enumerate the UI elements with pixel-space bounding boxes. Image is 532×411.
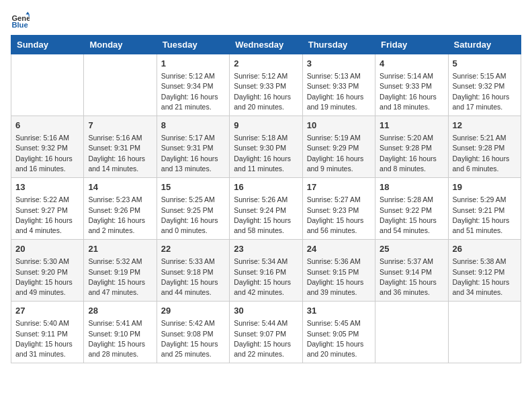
day-number: 8	[161, 120, 225, 132]
calendar-cell: 18Sunrise: 5:28 AM Sunset: 9:22 PM Dayli…	[375, 178, 448, 240]
day-number: 2	[234, 58, 298, 70]
calendar-cell: 16Sunrise: 5:26 AM Sunset: 9:24 PM Dayli…	[230, 178, 302, 240]
calendar-cell: 7Sunrise: 5:16 AM Sunset: 9:31 PM Daylig…	[84, 116, 157, 178]
day-info: Sunrise: 5:40 AM Sunset: 9:11 PM Dayligh…	[15, 318, 79, 359]
day-info: Sunrise: 5:33 AM Sunset: 9:18 PM Dayligh…	[161, 257, 225, 298]
day-number: 7	[88, 120, 152, 132]
day-number: 16	[234, 181, 298, 193]
calendar-cell	[11, 54, 84, 116]
calendar-cell: 17Sunrise: 5:27 AM Sunset: 9:23 PM Dayli…	[302, 178, 375, 240]
calendar-cell: 6Sunrise: 5:16 AM Sunset: 9:32 PM Daylig…	[11, 116, 84, 178]
day-info: Sunrise: 5:16 AM Sunset: 9:32 PM Dayligh…	[15, 133, 79, 174]
day-info: Sunrise: 5:18 AM Sunset: 9:30 PM Dayligh…	[234, 133, 298, 174]
calendar-cell: 27Sunrise: 5:40 AM Sunset: 9:11 PM Dayli…	[11, 302, 84, 363]
day-of-week-header: Saturday	[448, 36, 521, 54]
calendar-week-row: 6Sunrise: 5:16 AM Sunset: 9:32 PM Daylig…	[11, 116, 521, 178]
day-info: Sunrise: 5:34 AM Sunset: 9:16 PM Dayligh…	[234, 257, 298, 298]
day-number: 20	[15, 243, 79, 255]
calendar-cell: 10Sunrise: 5:19 AM Sunset: 9:29 PM Dayli…	[302, 116, 375, 178]
day-number: 14	[88, 181, 152, 193]
calendar-cell: 14Sunrise: 5:23 AM Sunset: 9:26 PM Dayli…	[84, 178, 157, 240]
calendar-cell: 21Sunrise: 5:32 AM Sunset: 9:19 PM Dayli…	[84, 240, 157, 302]
calendar-cell: 13Sunrise: 5:22 AM Sunset: 9:27 PM Dayli…	[11, 178, 84, 240]
calendar-cell	[84, 54, 157, 116]
day-number: 13	[15, 181, 79, 193]
day-info: Sunrise: 5:22 AM Sunset: 9:27 PM Dayligh…	[15, 195, 79, 236]
day-number: 31	[307, 305, 371, 317]
calendar-cell: 24Sunrise: 5:36 AM Sunset: 9:15 PM Dayli…	[302, 240, 375, 302]
day-info: Sunrise: 5:21 AM Sunset: 9:28 PM Dayligh…	[453, 133, 517, 174]
day-info: Sunrise: 5:23 AM Sunset: 9:26 PM Dayligh…	[88, 195, 152, 236]
calendar-cell: 15Sunrise: 5:25 AM Sunset: 9:25 PM Dayli…	[157, 178, 229, 240]
day-info: Sunrise: 5:12 AM Sunset: 9:33 PM Dayligh…	[234, 71, 298, 112]
calendar-cell: 12Sunrise: 5:21 AM Sunset: 9:28 PM Dayli…	[448, 116, 521, 178]
calendar-cell: 20Sunrise: 5:30 AM Sunset: 9:20 PM Dayli…	[11, 240, 84, 302]
day-number: 30	[234, 305, 298, 317]
logo-icon: General Blue	[11, 11, 30, 30]
day-info: Sunrise: 5:44 AM Sunset: 9:07 PM Dayligh…	[234, 318, 298, 359]
day-of-week-header: Tuesday	[157, 36, 229, 54]
day-number: 15	[161, 181, 225, 193]
day-number: 6	[15, 120, 79, 132]
day-info: Sunrise: 5:17 AM Sunset: 9:31 PM Dayligh…	[161, 133, 225, 174]
day-info: Sunrise: 5:45 AM Sunset: 9:05 PM Dayligh…	[307, 318, 371, 359]
calendar-cell: 22Sunrise: 5:33 AM Sunset: 9:18 PM Dayli…	[157, 240, 229, 302]
day-info: Sunrise: 5:29 AM Sunset: 9:21 PM Dayligh…	[453, 195, 517, 236]
calendar-cell: 29Sunrise: 5:42 AM Sunset: 9:08 PM Dayli…	[157, 302, 229, 363]
day-of-week-header: Friday	[375, 36, 448, 54]
day-number: 1	[161, 58, 225, 70]
day-info: Sunrise: 5:26 AM Sunset: 9:24 PM Dayligh…	[234, 195, 298, 236]
logo: General Blue	[11, 11, 30, 30]
day-info: Sunrise: 5:36 AM Sunset: 9:15 PM Dayligh…	[307, 257, 371, 298]
calendar-cell: 25Sunrise: 5:37 AM Sunset: 9:14 PM Dayli…	[375, 240, 448, 302]
calendar-week-row: 20Sunrise: 5:30 AM Sunset: 9:20 PM Dayli…	[11, 240, 521, 302]
calendar-cell: 23Sunrise: 5:34 AM Sunset: 9:16 PM Dayli…	[230, 240, 302, 302]
day-number: 12	[453, 120, 517, 132]
day-of-week-header: Wednesday	[230, 36, 302, 54]
day-number: 23	[234, 243, 298, 255]
svg-marker-2	[26, 11, 30, 14]
day-number: 17	[307, 181, 371, 193]
day-number: 21	[88, 243, 152, 255]
day-of-week-header: Monday	[84, 36, 157, 54]
calendar-cell: 11Sunrise: 5:20 AM Sunset: 9:28 PM Dayli…	[375, 116, 448, 178]
day-of-week-header: Sunday	[11, 36, 84, 54]
day-number: 5	[453, 58, 517, 70]
day-info: Sunrise: 5:16 AM Sunset: 9:31 PM Dayligh…	[88, 133, 152, 174]
day-info: Sunrise: 5:12 AM Sunset: 9:34 PM Dayligh…	[161, 71, 225, 112]
day-number: 28	[88, 305, 152, 317]
day-info: Sunrise: 5:15 AM Sunset: 9:32 PM Dayligh…	[453, 71, 517, 112]
calendar-table: SundayMondayTuesdayWednesdayThursdayFrid…	[11, 35, 521, 363]
calendar-cell: 9Sunrise: 5:18 AM Sunset: 9:30 PM Daylig…	[230, 116, 302, 178]
calendar-cell: 5Sunrise: 5:15 AM Sunset: 9:32 PM Daylig…	[448, 54, 521, 116]
calendar-cell: 8Sunrise: 5:17 AM Sunset: 9:31 PM Daylig…	[157, 116, 229, 178]
day-info: Sunrise: 5:42 AM Sunset: 9:08 PM Dayligh…	[161, 318, 225, 359]
day-of-week-header: Thursday	[302, 36, 375, 54]
day-number: 11	[380, 120, 443, 132]
calendar-cell: 3Sunrise: 5:13 AM Sunset: 9:33 PM Daylig…	[302, 54, 375, 116]
day-info: Sunrise: 5:32 AM Sunset: 9:19 PM Dayligh…	[88, 257, 152, 298]
calendar-cell: 4Sunrise: 5:14 AM Sunset: 9:33 PM Daylig…	[375, 54, 448, 116]
calendar-cell: 19Sunrise: 5:29 AM Sunset: 9:21 PM Dayli…	[448, 178, 521, 240]
day-info: Sunrise: 5:38 AM Sunset: 9:12 PM Dayligh…	[453, 257, 517, 298]
day-info: Sunrise: 5:13 AM Sunset: 9:33 PM Dayligh…	[307, 71, 371, 112]
day-info: Sunrise: 5:28 AM Sunset: 9:22 PM Dayligh…	[380, 195, 443, 236]
calendar-week-row: 1Sunrise: 5:12 AM Sunset: 9:34 PM Daylig…	[11, 54, 521, 116]
day-info: Sunrise: 5:37 AM Sunset: 9:14 PM Dayligh…	[380, 257, 443, 298]
calendar-cell: 28Sunrise: 5:41 AM Sunset: 9:10 PM Dayli…	[84, 302, 157, 363]
day-info: Sunrise: 5:20 AM Sunset: 9:28 PM Dayligh…	[380, 133, 443, 174]
day-number: 26	[453, 243, 517, 255]
day-info: Sunrise: 5:14 AM Sunset: 9:33 PM Dayligh…	[380, 71, 443, 112]
day-number: 25	[380, 243, 443, 255]
day-number: 10	[307, 120, 371, 132]
calendar-cell: 31Sunrise: 5:45 AM Sunset: 9:05 PM Dayli…	[302, 302, 375, 363]
day-info: Sunrise: 5:19 AM Sunset: 9:29 PM Dayligh…	[307, 133, 371, 174]
day-number: 19	[453, 181, 517, 193]
day-number: 24	[307, 243, 371, 255]
day-number: 3	[307, 58, 371, 70]
day-number: 27	[15, 305, 79, 317]
day-number: 9	[234, 120, 298, 132]
svg-text:Blue: Blue	[11, 21, 28, 29]
calendar-cell: 26Sunrise: 5:38 AM Sunset: 9:12 PM Dayli…	[448, 240, 521, 302]
page-header: General Blue	[11, 11, 521, 30]
